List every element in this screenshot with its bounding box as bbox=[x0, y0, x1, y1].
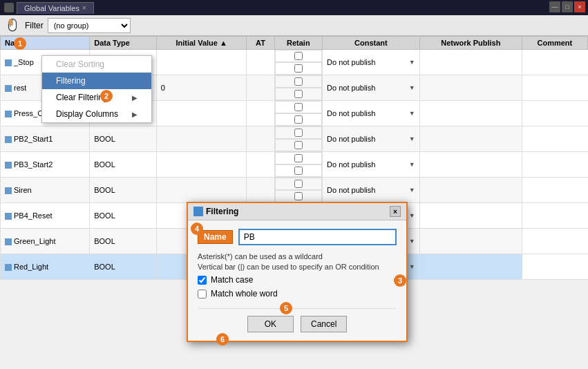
network-publish-dropdown-arrow[interactable]: ▼ bbox=[409, 212, 415, 219]
menu-item-display-columns[interactable]: Display Columns ▶ bbox=[42, 106, 151, 122]
cell-initialvalue bbox=[156, 50, 247, 75]
svg-rect-4 bbox=[10, 24, 11, 27]
retain-checkbox[interactable] bbox=[294, 103, 303, 111]
menu-item-display-columns-label: Display Columns bbox=[56, 109, 118, 119]
col-header-retain[interactable]: Retain bbox=[274, 37, 323, 50]
menu-item-filtering[interactable]: Filtering bbox=[42, 73, 151, 89]
network-publish-dropdown-arrow[interactable]: ▼ bbox=[409, 110, 415, 117]
cell-name: Siren bbox=[1, 178, 90, 203]
constant-checkbox[interactable] bbox=[294, 141, 303, 149]
cancel-button[interactable]: Cancel bbox=[301, 316, 347, 332]
network-publish-value: Do not publish bbox=[327, 160, 375, 169]
badge-6: 6 bbox=[216, 333, 229, 346]
group-select[interactable]: (no group) bbox=[48, 18, 131, 33]
constant-checkbox[interactable] bbox=[294, 90, 303, 98]
network-publish-value: Do not publish bbox=[327, 186, 375, 194]
cell-datatype: BOOL bbox=[90, 203, 157, 229]
cell-name: PB3_Start2 bbox=[1, 152, 90, 178]
cell-initialvalue bbox=[156, 152, 247, 178]
match-case-checkbox[interactable] bbox=[198, 276, 207, 285]
cell-datatype: BOOL bbox=[90, 178, 157, 203]
maximize-button[interactable]: □ bbox=[562, 1, 573, 12]
network-publish-dropdown-arrow[interactable]: ▼ bbox=[409, 84, 415, 91]
col-header-initialvalue[interactable]: Initial Value ▲ bbox=[156, 37, 247, 50]
network-publish-value: Do not publish bbox=[327, 58, 375, 66]
col-header-at[interactable]: AT bbox=[247, 37, 274, 50]
close-button[interactable]: × bbox=[574, 1, 585, 12]
hint-or-condition: Vertical bar (|) can be used to specify … bbox=[198, 263, 397, 271]
badge-4: 4 bbox=[191, 223, 203, 235]
cell-network-publish: Do not publish▼ bbox=[323, 101, 420, 126]
row-icon bbox=[5, 213, 12, 220]
menu-item-clear-filtering[interactable]: Clear Filtering ▶ bbox=[42, 89, 151, 106]
constant-checkbox[interactable] bbox=[294, 64, 303, 73]
network-publish-value: Do not publish bbox=[327, 84, 375, 92]
constant-checkbox[interactable] bbox=[294, 115, 303, 124]
cell-comment bbox=[419, 178, 522, 203]
dialog-name-label: Name bbox=[198, 230, 233, 244]
network-publish-dropdown-arrow[interactable]: ▼ bbox=[409, 238, 415, 245]
cell-retain bbox=[275, 152, 323, 164]
cell-at bbox=[247, 101, 274, 126]
group-dropdown[interactable]: (no group) bbox=[48, 18, 131, 33]
cell-datatype: BOOL bbox=[90, 152, 157, 178]
dialog-title-bar: Filtering × bbox=[188, 203, 406, 220]
dialog-name-input[interactable] bbox=[238, 229, 397, 245]
col-header-constant[interactable]: Constant bbox=[323, 37, 420, 50]
tab-close-icon[interactable]: × bbox=[82, 4, 86, 12]
cell-network-publish: Do not publish▼ bbox=[323, 178, 420, 203]
cell-initialvalue bbox=[156, 126, 247, 152]
cell-constant bbox=[275, 190, 323, 202]
cell-at bbox=[247, 152, 274, 178]
retain-checkbox[interactable] bbox=[294, 129, 303, 137]
filtering-dialog: Filtering × Name Asterisk(*) can be used… bbox=[187, 202, 408, 342]
constant-checkbox[interactable] bbox=[294, 167, 303, 175]
ok-button[interactable]: OK bbox=[247, 316, 294, 332]
row-icon bbox=[5, 59, 12, 66]
hint-wildcard: Asterisk(*) can be used as a wildcard bbox=[198, 252, 397, 261]
cell-datatype: BOOL bbox=[90, 126, 157, 152]
network-publish-dropdown-arrow[interactable]: ▼ bbox=[409, 263, 415, 270]
match-whole-word-checkbox[interactable] bbox=[198, 290, 207, 299]
toolbar: Filter (no group) bbox=[0, 15, 588, 36]
col-header-comment[interactable]: Comment bbox=[522, 37, 587, 50]
constant-checkbox[interactable] bbox=[294, 192, 303, 200]
retain-checkbox[interactable] bbox=[294, 154, 303, 162]
row-icon bbox=[5, 264, 12, 271]
minimize-button[interactable]: — bbox=[549, 1, 560, 12]
cell-at bbox=[247, 178, 274, 203]
retain-checkbox[interactable] bbox=[294, 52, 303, 60]
cell-constant bbox=[275, 62, 323, 75]
cell-network-publish: Do not publish▼ bbox=[323, 75, 420, 101]
retain-checkbox[interactable] bbox=[294, 180, 303, 188]
cell-retain bbox=[275, 50, 323, 62]
table-row: PB2_Start1BOOLDo not publish▼ bbox=[1, 126, 588, 152]
cell-comment bbox=[419, 229, 522, 254]
network-publish-dropdown-arrow[interactable]: ▼ bbox=[409, 135, 415, 142]
main-container: Filter (no group) Name Data Type Initial… bbox=[0, 15, 588, 369]
retain-checkbox[interactable] bbox=[294, 77, 303, 86]
match-whole-word-row: Match whole word bbox=[198, 289, 397, 299]
dialog-title-text: Filtering bbox=[206, 207, 238, 216]
cell-comment bbox=[419, 101, 522, 126]
col-header-networkpublish[interactable]: Network Publish bbox=[419, 37, 522, 50]
dialog-name-row: Name bbox=[198, 229, 397, 245]
network-publish-dropdown-arrow[interactable]: ▼ bbox=[409, 161, 415, 168]
network-publish-dropdown-arrow[interactable]: ▼ bbox=[409, 187, 415, 193]
table-row: PB3_Start2BOOLDo not publish▼ bbox=[1, 152, 588, 178]
menu-item-clear-sorting[interactable]: Clear Sorting bbox=[42, 56, 151, 73]
mouse-icon bbox=[4, 17, 21, 34]
cell-constant bbox=[275, 113, 323, 126]
dialog-close-button[interactable]: × bbox=[390, 206, 401, 217]
network-publish-value: Do not publish bbox=[327, 135, 375, 143]
cell-at bbox=[247, 50, 274, 75]
cell-initialvalue: 0 bbox=[156, 75, 247, 101]
window-controls: — □ × bbox=[549, 1, 585, 12]
cell-retain bbox=[275, 75, 323, 88]
title-tab: Global Variables × bbox=[17, 2, 94, 14]
col-header-datatype[interactable]: Data Type bbox=[90, 37, 157, 50]
cell-constant bbox=[275, 164, 323, 177]
cell-comment bbox=[419, 152, 522, 178]
cell-constant bbox=[275, 139, 323, 151]
network-publish-dropdown-arrow[interactable]: ▼ bbox=[409, 59, 415, 66]
